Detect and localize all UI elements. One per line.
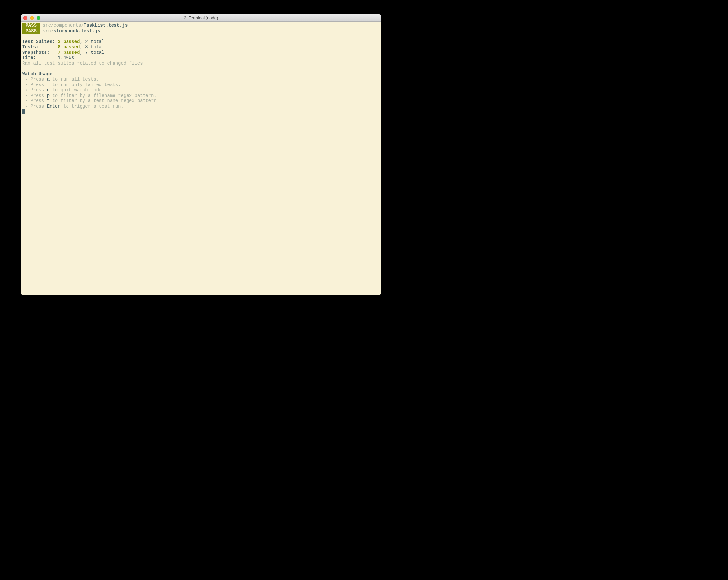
- summary-label: Snapshots:: [22, 50, 58, 55]
- watch-item: › Press f to run only failed tests.: [21, 82, 381, 88]
- press-label: Press: [30, 104, 47, 109]
- titlebar: 2. Terminal (node): [21, 14, 381, 22]
- press-label: Press: [30, 87, 47, 93]
- watch-desc: to filter by a filename regex pattern.: [50, 93, 157, 98]
- test-file-line: PASS src/components/TaskList.test.js: [21, 23, 381, 28]
- summary-snapshots: Snapshots: 7 passed, 7 total: [21, 50, 381, 55]
- file-name: storybook.test.js: [53, 28, 100, 33]
- watch-desc: to trigger a test run.: [61, 104, 124, 109]
- watch-desc: to quit watch mode.: [50, 87, 104, 93]
- arrow-icon: ›: [22, 98, 30, 103]
- window-title: 2. Terminal (node): [21, 15, 381, 20]
- press-label: Press: [30, 77, 47, 82]
- press-label: Press: [30, 82, 47, 87]
- traffic-lights: [21, 16, 41, 20]
- watch-item: › Press p to filter by a filename regex …: [21, 93, 381, 99]
- blank-line: [21, 33, 381, 39]
- summary-total: , 2 total: [80, 39, 104, 44]
- terminal-output[interactable]: PASS src/components/TaskList.test.js PAS…: [21, 22, 381, 115]
- watch-key: f: [47, 82, 50, 87]
- watch-desc: to run all tests.: [50, 77, 99, 82]
- arrow-icon: ›: [22, 82, 30, 87]
- summary-time: Time: 1.406s: [21, 55, 381, 61]
- press-label: Press: [30, 93, 47, 98]
- cursor-line: [21, 109, 381, 115]
- watch-desc: to run only failed tests.: [50, 82, 121, 87]
- watch-heading: Watch Usage: [21, 71, 381, 77]
- pass-badge: PASS: [22, 23, 40, 28]
- summary-suites: Test Suites: 2 passed, 2 total: [21, 39, 381, 45]
- summary-passed: 2 passed: [58, 39, 80, 44]
- summary-label: Tests:: [22, 44, 58, 50]
- file-dir: src/: [43, 28, 54, 33]
- summary-label: Time:: [22, 55, 58, 60]
- close-button[interactable]: [24, 16, 27, 20]
- cursor-icon: [22, 109, 25, 114]
- watch-key: a: [47, 77, 50, 82]
- summary-value: 1.406s: [58, 55, 74, 60]
- zoom-button[interactable]: [36, 16, 41, 20]
- pass-badge: PASS: [22, 28, 40, 34]
- minimize-button[interactable]: [30, 16, 34, 20]
- arrow-icon: ›: [22, 104, 30, 109]
- watch-item: › Press t to filter by a test name regex…: [21, 98, 381, 104]
- watch-key: Enter: [47, 104, 61, 109]
- terminal-window: 2. Terminal (node) PASS src/components/T…: [21, 14, 381, 295]
- test-file-line: PASS src/storybook.test.js: [21, 28, 381, 34]
- ran-note: Ran all test suites related to changed f…: [21, 61, 381, 66]
- watch-key: t: [47, 98, 50, 103]
- summary-tests: Tests: 8 passed, 8 total: [21, 44, 381, 50]
- summary-label: Test Suites:: [22, 39, 58, 44]
- summary-passed: 7 passed: [58, 50, 80, 55]
- watch-item: › Press q to quit watch mode.: [21, 87, 381, 93]
- file-dir: src/components/: [43, 23, 84, 28]
- watch-item: › Press a to run all tests.: [21, 77, 381, 82]
- watch-item: › Press Enter to trigger a test run.: [21, 104, 381, 109]
- summary-total: , 8 total: [80, 44, 104, 50]
- summary-passed: 8 passed: [58, 44, 80, 50]
- file-name: TaskList.test.js: [84, 23, 128, 28]
- summary-total: , 7 total: [80, 50, 104, 55]
- watch-key: p: [47, 93, 50, 98]
- blank-line: [21, 66, 381, 71]
- arrow-icon: ›: [22, 87, 30, 93]
- watch-key: q: [47, 87, 50, 93]
- press-label: Press: [30, 98, 47, 103]
- watch-desc: to filter by a test name regex pattern.: [50, 98, 159, 103]
- arrow-icon: ›: [22, 93, 30, 98]
- arrow-icon: ›: [22, 77, 30, 82]
